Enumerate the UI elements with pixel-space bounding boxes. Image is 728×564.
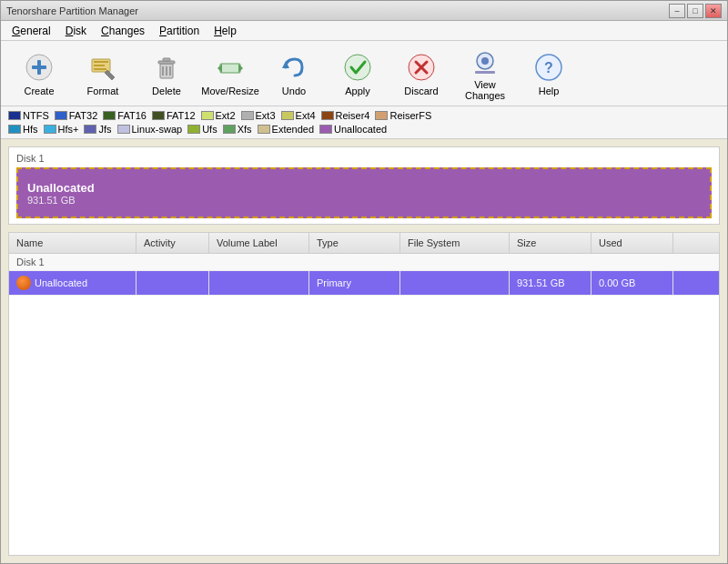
apply-button[interactable]: Apply — [327, 45, 389, 103]
main-window: Tenorshare Partition Manager – □ ✕ Gener… — [0, 0, 728, 564]
legend-label-ext2: Ext2 — [216, 110, 236, 121]
view-changes-button[interactable]: View Changes — [454, 45, 516, 103]
legend-label-ext4: Ext4 — [296, 110, 316, 121]
view-changes-icon — [469, 46, 501, 77]
legend-item-hfsplus: Hfs+ — [44, 124, 79, 135]
menu-general[interactable]: General — [5, 23, 58, 39]
legend-label-hfs: Hfs — [23, 124, 38, 135]
legend-item-xfs: Xfs — [223, 124, 252, 135]
disk-section: Disk 1 Unallocated 931.51 GB — [8, 146, 720, 225]
legend-item-ufs: Ufs — [187, 124, 217, 135]
menu-bar: General Disk Changes Partition Help — [1, 21, 727, 41]
legend-color-ext3 — [241, 111, 254, 120]
legend-color-linux-swap — [117, 125, 130, 134]
format-button[interactable]: Format — [72, 45, 134, 103]
legend-row1: NTFSFAT32FAT16FAT12Ext2Ext3Ext4Reiser4Re… — [8, 110, 720, 121]
legend-color-reiserfs — [375, 111, 388, 120]
format-label: Format — [87, 86, 119, 96]
svg-point-18 — [345, 55, 370, 80]
toolbar: Create Format — [1, 41, 727, 106]
apply-label: Apply — [345, 86, 370, 96]
legend-item-reiser4: Reiser4 — [321, 110, 370, 121]
legend-color-ufs — [187, 125, 200, 134]
svg-rect-24 — [475, 71, 495, 74]
legend-label-xfs: Xfs — [238, 124, 252, 135]
legend-item-extended: Extended — [258, 124, 314, 135]
title-bar-buttons: – □ ✕ — [669, 4, 722, 18]
minimize-button[interactable]: – — [669, 4, 685, 18]
legend-item-linux-swap: Linux-swap — [117, 124, 183, 135]
undo-label: Undo — [282, 86, 306, 96]
move-resize-button[interactable]: Move/Resize — [199, 45, 261, 103]
delete-button[interactable]: Delete — [136, 45, 197, 103]
legend-label-ufs: Ufs — [202, 124, 217, 135]
move-resize-icon — [214, 51, 247, 84]
legend-item-ext3: Ext3 — [241, 110, 276, 121]
delete-icon — [150, 51, 183, 84]
svg-rect-14 — [220, 64, 240, 73]
legend-item-unallocated: Unallocated — [319, 124, 387, 135]
svg-rect-5 — [94, 65, 105, 66]
legend-color-ext4 — [281, 111, 294, 120]
table-header: Name Activity Volume Label Type File Sys… — [9, 233, 719, 254]
svg-rect-6 — [94, 68, 106, 70]
maximize-button[interactable]: □ — [687, 4, 703, 18]
close-button[interactable]: ✕ — [705, 4, 722, 18]
legend-item-fat12: FAT12 — [152, 110, 196, 121]
discard-label: Discard — [404, 86, 438, 96]
create-label: Create — [24, 86, 54, 96]
disk-visual-title: Unallocated — [27, 181, 701, 195]
legend-item-hfs: Hfs — [8, 124, 38, 135]
legend-label-fat32: FAT32 — [69, 110, 98, 121]
col-filesystem: File System — [400, 233, 510, 253]
legend-label-ntfs: NTFS — [23, 110, 49, 121]
svg-point-23 — [481, 57, 489, 65]
legend-label-fat12: FAT12 — [167, 110, 196, 121]
legend-label-jfs: Jfs — [98, 124, 111, 135]
legend-label-hfsplus: Hfs+ — [58, 124, 79, 135]
disk-visual: Unallocated 931.51 GB — [16, 167, 712, 218]
menu-help[interactable]: Help — [207, 23, 244, 39]
legend-area: NTFSFAT32FAT16FAT12Ext2Ext3Ext4Reiser4Re… — [1, 106, 727, 139]
legend-item-ext4: Ext4 — [281, 110, 316, 121]
legend-label-unallocated: Unallocated — [334, 124, 387, 135]
discard-button[interactable]: Discard — [390, 45, 452, 103]
menu-disk[interactable]: Disk — [58, 23, 94, 39]
legend-color-hfs — [8, 125, 21, 134]
apply-icon — [341, 51, 374, 84]
svg-text:?: ? — [544, 60, 553, 76]
legend-color-extended — [258, 125, 270, 134]
undo-button[interactable]: Undo — [263, 45, 325, 103]
discard-icon — [405, 51, 438, 84]
cell-size: 931.51 GB — [510, 271, 592, 295]
legend-color-fat16 — [103, 111, 116, 120]
col-activity: Activity — [136, 233, 209, 253]
cell-volume-label — [209, 271, 309, 295]
legend-item-jfs: Jfs — [84, 124, 111, 135]
undo-icon — [278, 51, 310, 84]
create-icon — [23, 51, 56, 84]
col-volume-label: Volume Label — [209, 233, 309, 253]
legend-color-fat12 — [152, 111, 165, 120]
legend-color-hfsplus — [44, 125, 56, 134]
title-bar: Tenorshare Partition Manager – □ ✕ — [1, 1, 727, 21]
svg-rect-4 — [94, 61, 108, 63]
table-row[interactable]: Unallocated Primary 931.51 GB — [9, 271, 719, 296]
create-button[interactable]: Create — [8, 45, 70, 103]
col-type: Type — [309, 233, 400, 253]
delete-label: Delete — [152, 86, 181, 96]
help-button[interactable]: ? Help — [518, 45, 580, 103]
legend-item-fat32: FAT32 — [55, 110, 98, 121]
legend-color-fat32 — [55, 111, 67, 120]
legend-color-jfs — [84, 125, 96, 134]
partition-icon — [16, 276, 31, 290]
format-icon — [86, 51, 119, 84]
cell-filesystem — [400, 271, 510, 295]
cell-name: Unallocated — [9, 271, 136, 295]
svg-rect-2 — [32, 65, 46, 69]
legend-item-fat16: FAT16 — [103, 110, 147, 121]
cell-used: 0.00 GB — [592, 271, 673, 295]
legend-color-reiser4 — [321, 111, 334, 120]
menu-partition[interactable]: Partition — [152, 23, 207, 39]
menu-changes[interactable]: Changes — [94, 23, 152, 39]
